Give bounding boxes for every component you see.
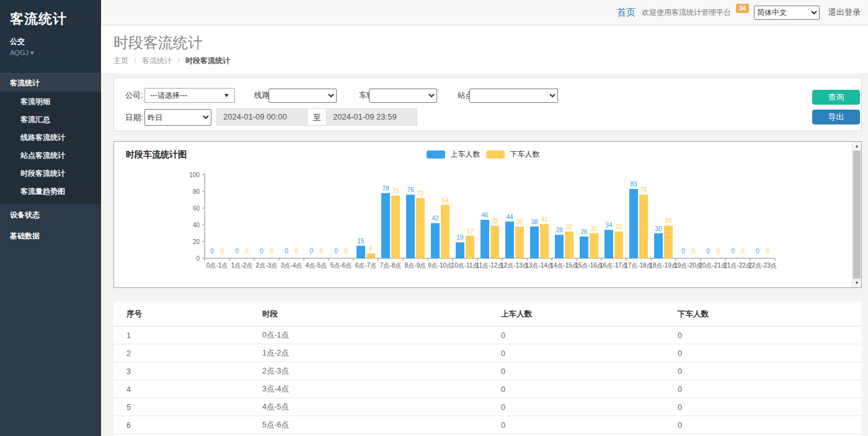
scroll-down-icon[interactable]: ▼ (852, 279, 861, 287)
company-select[interactable]: ---请选择--- ▼ (144, 88, 235, 103)
svg-text:9点-10点: 9点-10点 (428, 262, 453, 269)
sidebar-item-客流汇总[interactable]: 客流汇总 (0, 111, 101, 129)
line-select[interactable] (268, 89, 337, 103)
table-cell: 3 (113, 362, 257, 380)
svg-text:100: 100 (189, 172, 200, 178)
date-preset-select[interactable]: 昨日 (144, 109, 211, 126)
svg-text:4点-5点: 4点-5点 (306, 262, 327, 269)
svg-text:38: 38 (531, 219, 538, 225)
chart-vertical-scrollbar[interactable]: ▲ ▼ (852, 142, 861, 287)
logout-link[interactable]: 退出登录 (828, 7, 861, 18)
table-cell: 6 (113, 416, 257, 434)
svg-text:2点-3点: 2点-3点 (256, 262, 277, 269)
svg-text:28: 28 (556, 227, 563, 233)
sidebar-section-device-status[interactable]: 设备状态 (0, 204, 101, 225)
svg-text:0点-1点: 0点-1点 (206, 262, 228, 269)
svg-text:41: 41 (541, 216, 548, 223)
svg-text:0: 0 (270, 248, 273, 255)
table-cell: 0 (673, 380, 862, 398)
language-select[interactable]: 简体中文 (754, 6, 820, 20)
org-code-dropdown[interactable]: AQGJ ▾ (10, 49, 91, 57)
table-cell: 0 (673, 326, 862, 344)
table-cell: 3点-4点 (257, 380, 496, 398)
svg-text:34: 34 (605, 222, 613, 229)
svg-text:72: 72 (417, 190, 424, 197)
org-code-label: AQGJ (10, 49, 29, 56)
topbar: 首页 欢迎使用客流统计管理平台 34 简体中文 退出登录 (101, 0, 868, 25)
date-to-input[interactable]: 2024-01-09 23:59 (326, 108, 417, 126)
svg-text:0: 0 (245, 248, 249, 255)
svg-text:32: 32 (615, 224, 622, 230)
table-row: 65点-6点00 (113, 416, 862, 434)
station-select[interactable] (469, 89, 558, 103)
sidebar-item-站点客流统计[interactable]: 站点客流统计 (0, 147, 101, 165)
sidebar-section-passenger-stats[interactable]: 客流统计 (0, 73, 101, 92)
table-cell: 0 (496, 344, 673, 362)
sidebar-item-客流量趋势图[interactable]: 客流量趋势图 (0, 183, 101, 201)
breadcrumb-separator: / (177, 56, 179, 65)
hourly-stats-table: 序号 时段 上车人数 下车人数 10点-1点0021点-2点0032点-3点00… (113, 302, 862, 436)
svg-text:30: 30 (590, 225, 598, 232)
date-range-separator: 至 (308, 108, 326, 126)
table-cell: 0 (673, 344, 862, 362)
svg-text:0: 0 (741, 248, 745, 255)
svg-text:60: 60 (193, 205, 200, 212)
svg-text:76: 76 (407, 186, 414, 193)
breadcrumb-separator: / (134, 56, 136, 65)
table-cell: 2点-3点 (257, 362, 496, 380)
svg-text:3点-4点: 3点-4点 (281, 262, 302, 269)
sidebar-item-时段客流统计[interactable]: 时段客流统计 (0, 165, 101, 183)
svg-text:19: 19 (456, 234, 464, 241)
svg-text:21点-22点: 21点-22点 (724, 262, 752, 269)
company-label: 公司: (125, 88, 143, 103)
legend-swatch (486, 150, 505, 159)
chart-legend: 上车人数下车人数 (114, 149, 852, 160)
svg-text:0: 0 (334, 248, 338, 255)
breadcrumb-home[interactable]: 主页 (113, 56, 128, 65)
svg-text:10点-11点: 10点-11点 (451, 262, 479, 269)
sidebar-item-线路客流统计[interactable]: 线路客流统计 (0, 129, 101, 147)
table-cell: 4点-5点 (257, 398, 496, 416)
svg-text:0: 0 (731, 248, 735, 255)
svg-text:76: 76 (640, 186, 647, 193)
table-panel: 序号 时段 上车人数 下车人数 10点-1点0021点-2点0032点-3点00… (113, 302, 862, 436)
svg-text:0: 0 (756, 248, 760, 255)
svg-text:22点-23点: 22点-23点 (748, 262, 777, 269)
table-cell: 4 (113, 380, 257, 398)
svg-text:6点-7点: 6点-7点 (355, 262, 376, 269)
svg-text:7点-8点: 7点-8点 (380, 262, 401, 269)
table-cell: 6 (673, 434, 862, 436)
scroll-up-icon[interactable]: ▲ (852, 142, 861, 150)
date-label: 日期: (125, 110, 143, 125)
svg-text:18点-19点: 18点-19点 (649, 262, 678, 269)
svg-text:15: 15 (357, 238, 365, 245)
sidebar-item-客流明细[interactable]: 客流明细 (0, 93, 101, 111)
breadcrumb-section[interactable]: 客流统计 (142, 56, 172, 65)
table-row: 21点-2点00 (113, 344, 862, 362)
table-cell: 7 (113, 434, 257, 436)
svg-text:1点-2点: 1点-2点 (231, 262, 252, 269)
svg-text:6: 6 (369, 245, 373, 252)
bar-chart: 0204060801000点-1点1点-2点2点-3点3点-4点4点-5点5点-… (114, 159, 843, 284)
export-button[interactable]: 导出 (812, 110, 860, 124)
home-link[interactable]: 首页 (617, 7, 636, 19)
sidebar-section-label: 基础数据 (10, 232, 40, 240)
svg-text:0: 0 (294, 248, 298, 255)
col-header-index: 序号 (113, 302, 257, 326)
sidebar-section-base-data[interactable]: 基础数据 (0, 225, 101, 246)
notification-badge: 34 (736, 4, 749, 13)
vehicle-select[interactable] (369, 89, 437, 103)
sidebar: 客流统计 公交 AQGJ ▾ 客流统计 客流明细客流汇总线路客流统计站点客流统计… (0, 0, 101, 436)
svg-text:83: 83 (630, 181, 637, 188)
svg-text:40: 40 (193, 222, 200, 229)
table-row: 76点-7点156 (113, 434, 862, 436)
query-button[interactable]: 查询 (812, 90, 860, 105)
svg-text:80: 80 (193, 188, 200, 195)
svg-text:5点-6点: 5点-6点 (330, 262, 352, 269)
table-cell: 0点-1点 (257, 326, 496, 344)
svg-text:20: 20 (193, 238, 200, 245)
date-from-input[interactable]: 2024-01-09 00:00 (216, 108, 308, 126)
scrollbar-thumb[interactable] (853, 150, 861, 279)
svg-text:0: 0 (319, 248, 323, 255)
table-cell: 1点-2点 (257, 344, 496, 362)
